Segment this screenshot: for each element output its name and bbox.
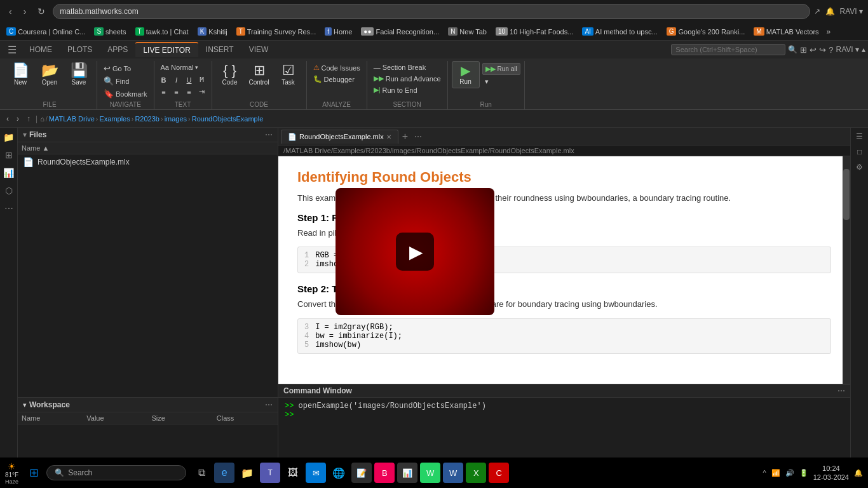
run-section-button[interactable]: ▶ Run xyxy=(452,61,480,88)
r2023b-breadcrumb[interactable]: R2023b xyxy=(135,115,159,123)
bookmark-ai[interactable]: AI AI method to upsc... xyxy=(578,26,661,37)
explorer-icon[interactable]: 📁 xyxy=(237,463,257,483)
youtube-play-button[interactable] xyxy=(396,233,434,271)
tab-view[interactable]: VIEW xyxy=(241,43,276,57)
workspace-actions[interactable]: ⋯ xyxy=(265,400,273,409)
profile-icon[interactable]: RAVI ▾ xyxy=(840,7,863,16)
bookmark-coursera[interactable]: C Coursera | Online C... xyxy=(3,26,89,37)
new-button[interactable]: 📄 New xyxy=(6,61,34,88)
control-button[interactable]: ⊞ Control xyxy=(245,61,273,88)
forward-button[interactable]: › xyxy=(20,5,31,18)
files-icon[interactable]: 📁 xyxy=(1,130,16,144)
right-panel-2[interactable]: □ xyxy=(855,146,864,158)
images-breadcrumb[interactable]: images xyxy=(165,115,187,123)
code-issues-button[interactable]: ⚠ Code Issues xyxy=(311,62,363,73)
right-panel-1[interactable]: ☰ xyxy=(854,130,865,143)
refresh-button[interactable]: ↻ xyxy=(34,5,49,18)
section-break-button[interactable]: — Section Break xyxy=(371,62,444,72)
matlab-drive-breadcrumb[interactable]: MATLAB Drive xyxy=(49,115,95,123)
tab-apps[interactable]: APPS xyxy=(100,43,135,57)
nav-forward-button[interactable]: › xyxy=(14,113,22,125)
run-dropdown-button[interactable]: ▾ xyxy=(482,76,520,87)
undo-icon[interactable]: ↩ xyxy=(810,45,817,55)
cortana-icon[interactable]: C xyxy=(489,463,509,483)
run-all-button[interactable]: ▶▶ Run all xyxy=(482,63,520,75)
back-button[interactable]: ‹ xyxy=(5,5,16,18)
tab-overflow-button[interactable]: ⋯ xyxy=(414,132,422,141)
nav-back-button[interactable]: ‹ xyxy=(4,113,11,125)
user-icon[interactable]: RAVI ▾ xyxy=(836,45,859,54)
network-icon[interactable]: 📶 xyxy=(771,469,780,477)
bookmark-kshitij[interactable]: K Kshitij xyxy=(194,26,231,37)
youtube-thumbnail[interactable] xyxy=(336,188,494,315)
code-button[interactable]: { } Code xyxy=(216,61,244,88)
up-dir-button[interactable]: ↑ xyxy=(24,113,33,125)
layout-icon[interactable]: ⊞ xyxy=(800,45,807,55)
photos-icon[interactable]: 🖼 xyxy=(283,463,303,483)
add-tab-button[interactable]: + xyxy=(400,131,410,142)
monospace-button[interactable]: M xyxy=(196,74,208,85)
bookmark-google[interactable]: G Google's 200 Ranki... xyxy=(663,26,749,37)
open-button[interactable]: 📂 Open xyxy=(36,61,64,88)
scrollbar-thumb[interactable] xyxy=(843,169,850,220)
editor-tab-roundobjects[interactable]: 📄 RoundObjectsExample.mlx ✕ xyxy=(281,130,398,144)
workspace-icon[interactable]: ⊞ xyxy=(3,148,15,162)
task-button[interactable]: ☑ Task xyxy=(275,61,302,88)
address-bar[interactable]: matlab.mathworks.com xyxy=(53,4,810,19)
bookmark-home[interactable]: f Home xyxy=(321,26,356,37)
xbox-icon[interactable]: X xyxy=(466,463,486,483)
underline-button[interactable]: U xyxy=(184,74,195,85)
tab-live-editor[interactable]: LIVE EDITOR xyxy=(135,42,198,57)
bookmark-matlab[interactable]: M MATLAB Vectors xyxy=(750,26,822,37)
debugger-button[interactable]: 🐛 Debugger xyxy=(311,74,363,85)
mail-icon[interactable]: ✉ xyxy=(306,463,326,483)
share-icon[interactable]: ↗ xyxy=(814,7,820,16)
right-panel-3[interactable]: ⚙ xyxy=(854,161,865,173)
editor-content[interactable]: Identifying Round Objects This example s… xyxy=(278,156,850,384)
tab-plots[interactable]: PLOTS xyxy=(60,43,100,57)
plots-sidebar-icon[interactable]: 📊 xyxy=(1,166,16,180)
bookmark-fat-foods[interactable]: 10 10 High-Fat Foods... xyxy=(492,26,577,37)
whatsapp-icon[interactable]: W xyxy=(420,463,440,483)
weather-widget[interactable]: ☀ 81°F Haze xyxy=(5,461,18,485)
files-panel-actions[interactable]: ⋯ xyxy=(265,130,273,139)
align-left-button[interactable]: ≡ xyxy=(158,86,170,97)
align-right-button[interactable]: ≡ xyxy=(184,86,195,97)
tab-insert[interactable]: INSERT xyxy=(198,43,241,57)
tab-close-button[interactable]: ✕ xyxy=(386,133,391,140)
find-button[interactable]: 🔍 Find xyxy=(101,75,150,87)
youtube-overlay[interactable] xyxy=(336,188,494,315)
notification-bell[interactable]: 🔔 xyxy=(854,469,863,477)
run-advance-button[interactable]: ▶▶ Run and Advance xyxy=(371,73,444,84)
taskbar-search[interactable]: 🔍 Search xyxy=(46,465,186,480)
apps-sidebar-icon[interactable]: ⬡ xyxy=(3,184,15,198)
chrome-icon[interactable]: 🌐 xyxy=(329,463,349,483)
hamburger-menu[interactable]: ☰ xyxy=(3,44,22,56)
bookmark-button[interactable]: 🔖 Bookmark xyxy=(101,88,150,100)
more-sidebar-icon[interactable]: ⋯ xyxy=(3,201,15,215)
bookmarks-more[interactable]: » xyxy=(824,27,834,36)
ribbon-search-input[interactable] xyxy=(671,44,785,55)
clock[interactable]: 10:24 12-03-2024 xyxy=(813,464,849,482)
workspace-collapse-icon[interactable]: ▾ xyxy=(23,401,27,409)
bookmark-tawk[interactable]: T tawk.to | Chat xyxy=(132,26,193,37)
taskview-button[interactable]: ⧉ xyxy=(191,463,212,483)
teams-icon[interactable]: T xyxy=(260,463,280,483)
appicon-9[interactable]: 📊 xyxy=(397,463,417,483)
start-button[interactable]: ⊞ xyxy=(24,463,44,483)
bookmark-sheets[interactable]: S sheets xyxy=(90,26,130,37)
goto-button[interactable]: ↩ Go To xyxy=(101,62,150,74)
save-button[interactable]: 💾 Save xyxy=(65,61,93,88)
file-row[interactable]: 📄 RoundObjectsExample.mlx xyxy=(18,154,278,170)
examples-breadcrumb[interactable]: Examples xyxy=(99,115,130,123)
roundobjects-breadcrumb[interactable]: RoundObjectsExample xyxy=(192,115,264,123)
bookmark-facial[interactable]: ●● Facial Recognition... xyxy=(357,26,443,37)
edge-icon[interactable]: e xyxy=(214,463,234,483)
brave-icon[interactable]: B xyxy=(374,463,395,483)
run-to-end-button[interactable]: ▶| Run to End xyxy=(371,85,444,95)
editor-scrollbar[interactable] xyxy=(843,156,850,384)
align-center-button[interactable]: ≡ xyxy=(171,86,182,97)
home-breadcrumb[interactable]: ⌂ xyxy=(40,115,44,123)
command-window-actions[interactable]: ⋯ xyxy=(837,386,845,395)
indent-button[interactable]: ⇥ xyxy=(196,86,208,97)
